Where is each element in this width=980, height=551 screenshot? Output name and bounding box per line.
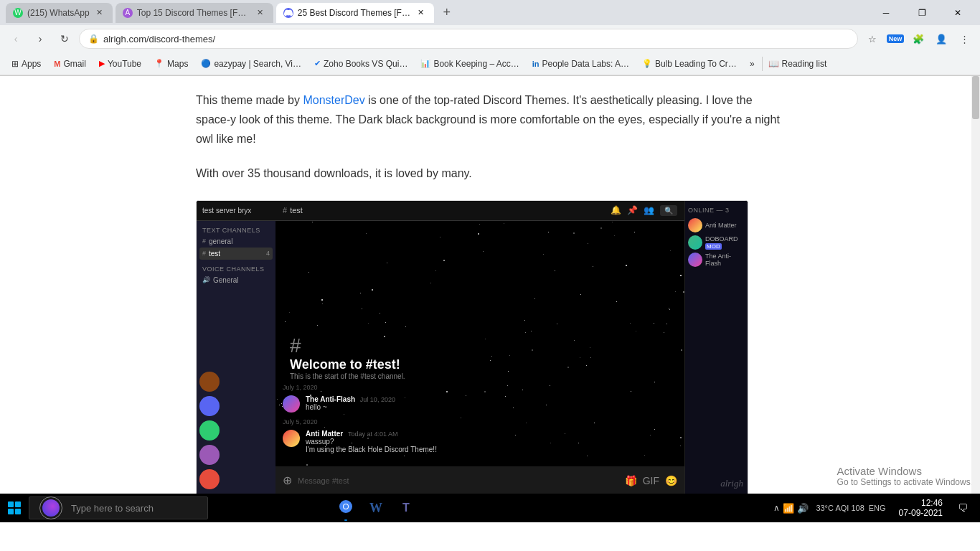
msg-text-1: hello ~ (306, 403, 395, 411)
reading-list-icon: 📖 (768, 59, 779, 69)
win-square-3 (8, 509, 14, 514)
message-2: Anti Matter Today at 4:01 AM wassup? I'm… (283, 430, 677, 453)
bookmark-maps-label: Maps (167, 59, 188, 69)
extensions-icon[interactable]: 🧩 (908, 29, 928, 49)
taskbar-search[interactable]: Type here to search (29, 496, 208, 519)
member-2: DOBOARD MOD (688, 235, 746, 250)
members-icon[interactable]: 👥 (644, 205, 654, 215)
network-icon[interactable]: 📶 (783, 503, 794, 514)
tab-discord1[interactable]: A Top 15 Discord Themes [For Bett… ✕ (116, 3, 273, 23)
welcome-title: Welcome to #test! (290, 357, 405, 372)
bookmark-more[interactable]: » (744, 57, 760, 71)
window-controls: ─ ❐ ✕ (870, 3, 974, 23)
channel-general[interactable]: # general (199, 235, 273, 248)
chat-input-bar: ⊕ Message #test 🎁 GIF 😊 (275, 466, 684, 495)
member-name-1: Anti Matter (705, 222, 746, 229)
taskbar-store[interactable]: 🛍 (271, 494, 300, 522)
channel-test[interactable]: # test 4 (199, 248, 273, 260)
channel-voice-general[interactable]: 🔊 General (199, 274, 273, 286)
store-icon: 🛍 (279, 501, 292, 516)
bookmark-pdl[interactable]: in People Data Labs: A… (527, 57, 635, 71)
monsterdev-link[interactable]: MonsterDev (303, 94, 364, 106)
message-1: The Anti-Flash Jul 10, 2020 hello ~ (283, 395, 677, 413)
notification-center[interactable]: 🗨 (951, 494, 974, 522)
close-button[interactable]: ✕ (941, 3, 974, 23)
member-avatar-1 (688, 218, 702, 232)
start-button[interactable] (0, 494, 29, 522)
language-indicator[interactable]: ENG (869, 504, 886, 512)
taskbar-task-view[interactable]: ⧉ (211, 494, 240, 522)
minimize-button[interactable]: ─ (870, 3, 903, 23)
bookmark-maps[interactable]: 📍 Maps (149, 57, 194, 71)
taskbar-mail[interactable]: ✉ (301, 494, 330, 522)
avatar-1 (199, 372, 220, 392)
text-channels-section: TEXT CHANNELS # general # test 4 (199, 225, 273, 260)
bookmark-bookkeeping[interactable]: 📊 Book Keeping – Acc… (415, 57, 524, 71)
bookmark-gmail[interactable]: M Gmail (48, 57, 92, 71)
maximize-button[interactable]: ❐ (905, 3, 938, 23)
weather-info[interactable]: 33°C AQI 108 (816, 504, 864, 512)
avatar-5 (199, 469, 220, 489)
new-badge-icon: New (885, 29, 905, 49)
scrollbar[interactable] (971, 76, 980, 522)
search-box[interactable]: 🔍 (660, 205, 677, 216)
taskbar-word[interactable]: W (362, 494, 390, 522)
tab-close-discord2[interactable]: ✕ (415, 7, 427, 19)
avatar-4 (199, 445, 220, 465)
volume-icon[interactable]: 🔊 (797, 503, 809, 514)
bell-icon[interactable]: 🔔 (611, 205, 621, 215)
member-3: The Anti-Flash (688, 253, 746, 267)
sidebar-channels: TEXT CHANNELS # general # test 4 (197, 221, 275, 295)
address-input[interactable]: 🔒 alrigh.com/discord-themes/ (79, 29, 858, 49)
avatar-3 (199, 420, 220, 441)
reading-list[interactable]: 📖 Reading list (762, 57, 833, 71)
discord-sidebar: test server bryx TEXT CHANNELS # general (197, 201, 275, 495)
bookmark-apps[interactable]: ⊞ Apps (6, 57, 47, 71)
bookmark-bulb[interactable]: 💡 Bulb Leading To Cr… (636, 57, 743, 71)
tab-favicon-whatsapp: W (13, 8, 23, 18)
task-view-icon: ⧉ (220, 500, 230, 517)
tab-discord2[interactable]: 25 Best Discord Themes [For Bett… ✕ (276, 3, 434, 23)
emoji-icon[interactable]: 😊 (665, 475, 677, 486)
msg-text-2: wassup? (306, 438, 437, 446)
channel-notification: 4 (266, 250, 270, 257)
refresh-button[interactable]: ↻ (55, 29, 75, 49)
msg-date-1: Jul 10, 2020 (360, 396, 395, 403)
taskbar-chrome[interactable] (331, 494, 360, 522)
member-1: Anti Matter (688, 218, 746, 232)
speaker-icon: 🔊 (202, 276, 210, 283)
bookmark-zoho[interactable]: ✔ Zoho Books VS Qui… (308, 57, 413, 71)
taskbar-clock[interactable]: 12:46 07-09-2021 (893, 498, 948, 518)
bookmark-icon[interactable]: ☆ (862, 29, 882, 49)
msg-avatar-2 (283, 430, 300, 447)
gift-icon[interactable]: 🎁 (625, 475, 637, 486)
bookmark-youtube[interactable]: ▶ YouTube (93, 57, 147, 71)
add-icon[interactable]: ⊕ (283, 474, 292, 487)
forward-button[interactable]: › (30, 29, 50, 49)
gif-icon[interactable]: GIF (643, 475, 659, 486)
tab-favicon-discord2 (283, 8, 293, 18)
bookmark-eazypay[interactable]: 🔵 eazypay | Search, Vi… (195, 57, 307, 71)
back-button[interactable]: ‹ (6, 29, 26, 49)
channel-general-label: general (209, 237, 232, 245)
profile-icon[interactable]: 👤 (931, 29, 951, 49)
taskbar-file-explorer[interactable]: 🗂 (241, 494, 270, 522)
pin-icon[interactable]: 📌 (627, 205, 638, 215)
tab-favicon-discord1: A (123, 8, 133, 18)
text-channels-title: TEXT CHANNELS (199, 225, 273, 235)
taskbar-search-text: Type here to search (71, 503, 154, 514)
cortana-button[interactable] (39, 496, 62, 519)
scrollbar-thumb[interactable] (972, 76, 979, 119)
chat-input-placeholder[interactable]: Message #test (298, 476, 349, 485)
tab-whatsapp[interactable]: W (215) WhatsApp ✕ (6, 3, 113, 23)
menu-icon[interactable]: ⋮ (954, 29, 974, 49)
msg-author-2: Anti Matter (306, 430, 343, 438)
tab-close-whatsapp[interactable]: ✕ (94, 7, 105, 19)
server-header[interactable]: test server bryx (197, 201, 275, 221)
tab-close-discord1[interactable]: ✕ (255, 7, 266, 19)
taskbar-teams[interactable]: T (392, 494, 420, 522)
channel-test-label: test (209, 250, 220, 258)
chevron-up-icon[interactable]: ∧ (773, 503, 780, 513)
new-tab-button[interactable]: + (437, 3, 457, 23)
win-square-2 (15, 501, 21, 507)
